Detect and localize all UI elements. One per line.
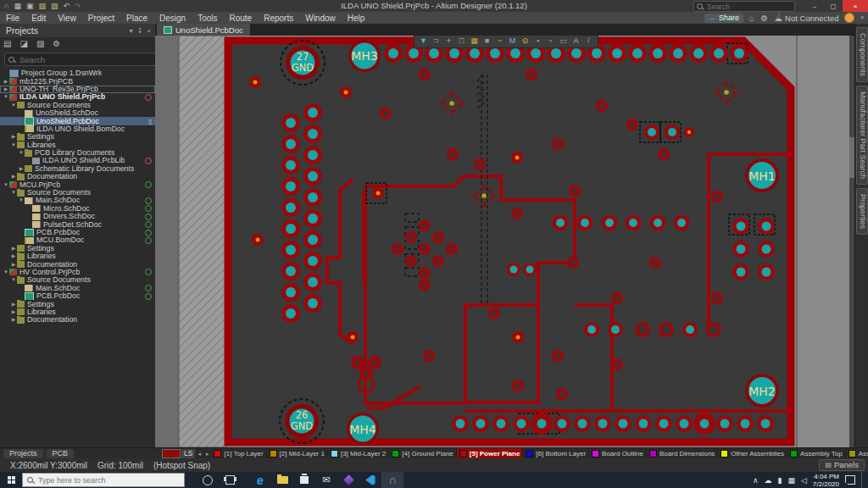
chevron-up-icon[interactable]: ∧ xyxy=(753,476,759,485)
room-icon[interactable]: ▫ xyxy=(544,36,557,45)
tree-expand-icon[interactable]: ▼ xyxy=(10,276,17,284)
mounting-hole-mh3[interactable]: MH3 xyxy=(348,40,381,72)
layer-scroll-right-icon[interactable]: ▸ xyxy=(203,451,212,458)
tree-expand-icon[interactable]: ▶ xyxy=(18,165,25,173)
mounting-hole-mh2[interactable]: MH2 xyxy=(745,374,779,408)
menu-place[interactable]: Place xyxy=(120,14,153,23)
pad-stack-icon[interactable]: ▦ xyxy=(468,36,481,45)
selection-rect-icon[interactable]: □ xyxy=(455,36,468,45)
menu-route[interactable]: Route xyxy=(224,14,259,23)
mail-button[interactable]: ✉ xyxy=(315,472,337,488)
heads-up-filter-icon[interactable]: ▼ xyxy=(417,36,430,45)
tree-expand-icon[interactable]: ▼ xyxy=(10,189,17,197)
tree-item-documentation[interactable]: ▶Documentation xyxy=(0,260,155,268)
altium-designer-button[interactable]: ∩ xyxy=(381,472,403,488)
edge-button[interactable]: e xyxy=(249,472,271,488)
tree-expand-icon[interactable]: ▶ xyxy=(10,252,17,260)
tree-expand-icon[interactable]: ▶ xyxy=(10,173,17,180)
panel-tab-components[interactable]: Components xyxy=(856,27,868,82)
tree-item-main-schdoc[interactable]: Main.SchDoc xyxy=(0,285,155,292)
lasso-select-icon[interactable]: ⊃ xyxy=(430,36,442,45)
start-button[interactable] xyxy=(0,472,22,488)
panel-pin-icon[interactable]: ↧ xyxy=(137,27,143,35)
menu-reports[interactable]: Reports xyxy=(258,14,299,23)
tree-item-documentation[interactable]: ▶Documentation xyxy=(0,173,155,180)
tree-expand-icon[interactable]: ▼ xyxy=(3,93,9,101)
tree-item-mb1225-prjpcb[interactable]: ▶mb1225.PrjPCB xyxy=(0,77,155,85)
menu-window[interactable]: Window xyxy=(299,14,342,23)
measure-icon[interactable]: ▭ xyxy=(557,36,570,45)
menu-view[interactable]: View xyxy=(52,14,82,23)
tree-item-libraries[interactable]: ▼Libraries xyxy=(0,141,155,149)
cortana-button[interactable] xyxy=(197,472,219,488)
tree-item-documentation[interactable]: ▶Documentation xyxy=(0,316,155,324)
battery-icon[interactable]: ▮ xyxy=(777,476,782,485)
panel-tab-manufacturer-part-search[interactable]: Manufacturer Part Search xyxy=(856,86,868,185)
tree-item-libraries[interactable]: ▶Libraries xyxy=(0,308,155,316)
tree-expand-icon[interactable]: ▶ xyxy=(3,78,9,86)
tree-item-project-group-1-dsnwrk[interactable]: Project Group 1.DsnWrk xyxy=(0,69,155,77)
tree-expand-icon[interactable]: ▶ xyxy=(10,261,17,269)
store-button[interactable] xyxy=(293,472,315,488)
tree-expand-icon[interactable]: ▼ xyxy=(18,149,25,157)
file-explorer-button[interactable] xyxy=(271,472,293,488)
layer-sets-button[interactable]: LS xyxy=(181,449,195,458)
tree-item-schematic-library-documents[interactable]: ▶Schematic Library Documents xyxy=(0,165,155,173)
tree-item-mcu-prjpcb[interactable]: ▼MCU.PrjPcb xyxy=(0,180,155,188)
global-search-box[interactable] xyxy=(693,1,795,12)
tree-item-ilda-uno-shield-prjpcb[interactable]: ▼ILDA UNO Shield.PrjPcb xyxy=(0,93,155,101)
tree-item-pulsedet-schdoc[interactable]: PulseDet.SchDoc xyxy=(0,220,155,228)
tree-expand-icon[interactable]: ▼ xyxy=(3,181,9,189)
polyline-icon[interactable]: M xyxy=(506,36,519,45)
tree-item-libraries[interactable]: ▶Libraries xyxy=(0,252,155,260)
task-view-button[interactable] xyxy=(219,472,241,488)
panels-button[interactable]: ▤ Panels xyxy=(819,459,865,471)
panel-close-icon[interactable]: × xyxy=(147,27,151,35)
tree-expand-icon[interactable]: ▶ xyxy=(10,316,17,324)
tree-item-unoshield-schdoc[interactable]: UnoShield.SchDoc xyxy=(0,109,155,117)
share-button[interactable]: → Share xyxy=(704,14,743,23)
tree-expand-icon[interactable]: ▼ xyxy=(10,102,17,109)
connection-status[interactable]: ☁ Not Connected xyxy=(774,14,838,23)
pcb-canvas[interactable]: 27 GND MH3 MH1 MH2 26 xyxy=(155,36,854,447)
minimize-button[interactable]: – xyxy=(805,0,824,12)
action-center-icon[interactable] xyxy=(845,475,855,485)
tree-item-settings[interactable]: ▶Settings xyxy=(0,245,155,252)
gear-icon[interactable]: ⚙ xyxy=(760,14,768,23)
panel-tab-pcb[interactable]: PCB xyxy=(47,449,75,458)
tree-expand-icon[interactable]: ▼ xyxy=(18,197,25,204)
open-project-icon[interactable]: ◪ xyxy=(19,40,27,48)
tree-item-pcb-pcbdoc[interactable]: PCB.PcbDoc xyxy=(0,292,155,300)
tree-item-unoshield-pcbdoc[interactable]: UnoShield.PcbDoc▯ xyxy=(0,117,155,125)
tab-unoshield-pcbdoc[interactable]: UnoShield.PcbDoc xyxy=(157,24,250,36)
chevron-down-icon[interactable]: ▾ xyxy=(860,14,864,21)
menu-edit[interactable]: Edit xyxy=(25,14,52,23)
projects-search-input[interactable] xyxy=(18,54,140,65)
tree-item-pcb-library-documents[interactable]: ▼PCB Library Documents xyxy=(0,149,155,157)
tree-item-hv-control-prjpcb[interactable]: ▼HV Control.PrjPcb xyxy=(0,269,155,276)
compiler-settings-icon[interactable]: ⚙ xyxy=(53,40,60,48)
show-desktop-button[interactable] xyxy=(861,472,865,488)
tree-expand-icon[interactable]: ▼ xyxy=(10,141,17,149)
tree-expand-icon[interactable]: ▶ xyxy=(10,245,17,252)
mounting-hole-mh1[interactable]: MH1 xyxy=(745,158,779,192)
taskbar-search-box[interactable] xyxy=(22,473,185,487)
projects-search-box[interactable] xyxy=(4,53,157,66)
tree-expand-icon[interactable]: ▼ xyxy=(3,269,9,276)
tree-expand-icon[interactable]: ▶ xyxy=(10,308,17,316)
avatar[interactable] xyxy=(844,13,854,23)
taskbar-search-input[interactable] xyxy=(36,475,159,485)
interactive-route-icon[interactable]: ~ xyxy=(493,36,506,45)
panel-tab-properties[interactable]: Properties xyxy=(856,188,868,235)
taskbar-clock[interactable]: 4:04 PM 7/2/2020 xyxy=(813,473,839,488)
close-button[interactable]: × xyxy=(843,0,868,12)
tree-item-mcu-bomdoc[interactable]: MCU.BomDoc xyxy=(0,236,155,244)
polygon-pour-icon[interactable]: ▪ xyxy=(531,36,544,45)
panel-dropdown-icon[interactable]: ▾ xyxy=(130,27,133,35)
tree-item-source-documents[interactable]: ▼Source Documents xyxy=(0,189,155,197)
vscode-button[interactable] xyxy=(359,472,381,488)
home-icon[interactable]: ⌂ xyxy=(749,14,754,23)
pcb-board-view[interactable]: 27 GND MH3 MH1 MH2 26 xyxy=(155,36,854,447)
tree-item-source-documents[interactable]: ▼Source Documents xyxy=(0,102,155,109)
highlight-net-icon[interactable]: ⊙ xyxy=(519,36,531,45)
